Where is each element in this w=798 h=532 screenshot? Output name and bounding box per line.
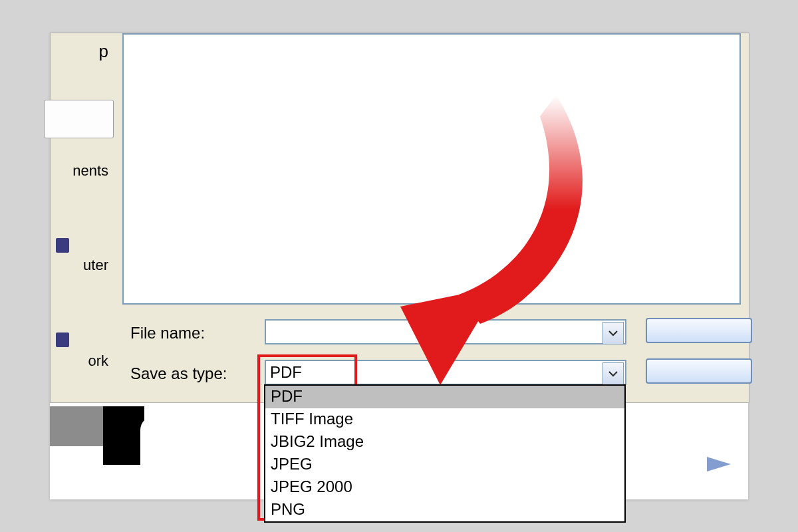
- saveastype-option[interactable]: JPEG 2000: [265, 476, 624, 499]
- save-button[interactable]: [646, 318, 752, 343]
- cancel-button[interactable]: [646, 358, 752, 384]
- chevron-down-icon: [608, 330, 618, 336]
- bg-black-block: [103, 406, 144, 465]
- screenshot-card: p nents uter ork File name: Save as type…: [50, 33, 748, 499]
- filename-label: File name:: [130, 324, 205, 342]
- saveastype-option[interactable]: PNG: [265, 499, 624, 521]
- places-item-3[interactable]: nents: [51, 162, 114, 180]
- places-item-5[interactable]: ork: [51, 352, 114, 370]
- places-item-4[interactable]: uter: [51, 257, 114, 274]
- saveastype-options-list[interactable]: PDFTIFF ImageJBIG2 ImageJPEGJPEG 2000PNG: [264, 384, 626, 523]
- saveastype-value: PDF: [270, 363, 302, 381]
- places-sidebar: p nents uter ork: [51, 33, 114, 402]
- places-icon-5: [56, 332, 69, 347]
- saveastype-dropdown-button[interactable]: [602, 362, 624, 385]
- places-icon-4: [56, 238, 69, 253]
- saveastype-option[interactable]: JBIG2 Image: [265, 431, 624, 454]
- filename-dropdown-button[interactable]: [602, 322, 624, 344]
- saveastype-label: Save as type:: [130, 364, 227, 383]
- saveastype-combobox[interactable]: PDF: [265, 360, 626, 385]
- file-list-pane[interactable]: [122, 33, 741, 305]
- saveastype-option[interactable]: PDF: [265, 386, 624, 408]
- filename-input[interactable]: [265, 319, 626, 344]
- scroll-right-icon[interactable]: [703, 454, 736, 477]
- saveastype-option[interactable]: JPEG: [265, 454, 624, 476]
- places-item-1[interactable]: p: [51, 41, 114, 62]
- svg-marker-0: [707, 457, 731, 471]
- save-as-dialog: p nents uter ork File name: Save as type…: [50, 33, 749, 403]
- places-item-2[interactable]: [44, 100, 114, 138]
- bg-grey-block: [50, 406, 103, 446]
- saveastype-option[interactable]: TIFF Image: [265, 408, 624, 431]
- chevron-down-icon: [608, 370, 618, 377]
